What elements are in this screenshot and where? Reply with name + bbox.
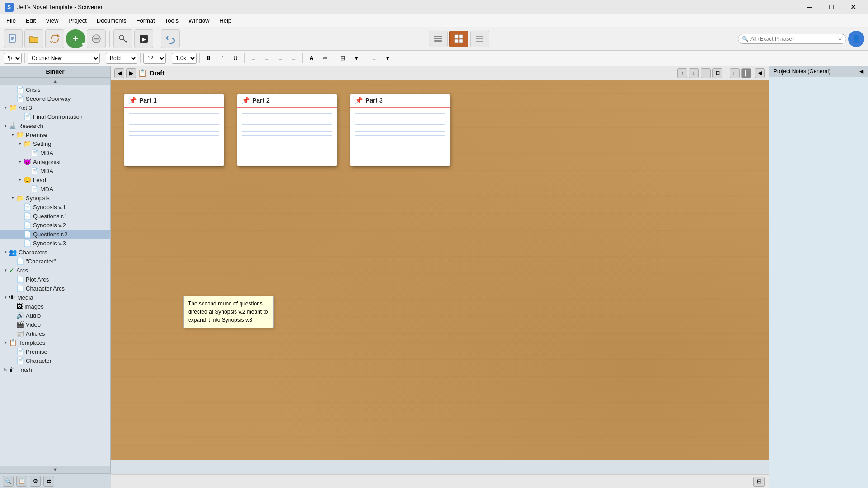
outliner-view-button[interactable]	[470, 31, 489, 47]
align-right-button[interactable]: ≡	[274, 53, 286, 64]
content-view-split-right[interactable]: ▌	[741, 68, 751, 78]
binder-item-trash[interactable]: ▷ 🗑 Trash	[0, 365, 110, 374]
toggle-characters[interactable]: ▾	[2, 249, 9, 256]
toggle-act3[interactable]: ▾	[2, 104, 9, 111]
align-left-button[interactable]: ≡	[247, 53, 259, 64]
font-weight-select[interactable]: Bold	[106, 53, 137, 64]
binder-nav-btn-2[interactable]: 📋	[16, 476, 27, 487]
binder-item-premise-template[interactable]: 📄 Premise	[0, 347, 110, 356]
minimize-button[interactable]: ─	[799, 0, 820, 14]
toggle-premise[interactable]: ▾	[9, 131, 16, 138]
nav-forward-button[interactable]: ▶	[126, 68, 136, 78]
toggle-synopsis[interactable]: ▾	[9, 194, 16, 202]
search-clear-icon[interactable]: ✕	[838, 36, 842, 42]
target-button[interactable]: ▶	[134, 29, 153, 48]
binder-scroll-up[interactable]: ▲	[0, 78, 110, 85]
binder-item-plot-arcs[interactable]: 📄 Plot Arcs	[0, 275, 110, 284]
align-center-button[interactable]: ≡	[261, 53, 273, 64]
menu-window[interactable]: Window	[184, 16, 214, 25]
content-view-split-vert[interactable]: ⫼	[701, 68, 711, 78]
bold-button[interactable]: B	[203, 53, 214, 64]
paragraph-style-select[interactable]: ¶a	[4, 53, 22, 64]
scrivenings-view-button[interactable]	[429, 31, 448, 47]
line-spacing-select[interactable]: 1.0x	[172, 53, 197, 64]
binder-item-synopsis-v2[interactable]: 📄 Synopsis v.2	[0, 221, 110, 230]
content-view-down[interactable]: ↓	[689, 68, 699, 78]
corkboard-view-button[interactable]	[449, 31, 468, 47]
toggle-media[interactable]: ▾	[2, 294, 9, 301]
binder-item-images[interactable]: 🖼 Images	[0, 302, 110, 311]
new-document-button[interactable]	[4, 29, 23, 48]
binder-item-character-tmpl[interactable]: 📄 Character	[0, 356, 110, 365]
binder-nav-btn-1[interactable]: 🔍	[3, 476, 14, 487]
menu-help[interactable]: Help	[215, 16, 236, 25]
maximize-button[interactable]: □	[821, 0, 842, 14]
close-button[interactable]: ✕	[843, 0, 863, 14]
menu-view[interactable]: View	[41, 16, 63, 25]
table-dropdown-button[interactable]: ▾	[350, 53, 362, 64]
binder-item-character-template[interactable]: 📄 "Character"	[0, 257, 110, 266]
binder-item-antagonist-mda[interactable]: 📄 MDA	[0, 166, 110, 175]
index-card-part2[interactable]: 📌 Part 2	[237, 94, 337, 166]
binder-item-questions-r2[interactable]: 📄 Questions r.2	[0, 230, 110, 239]
binder-item-arcs[interactable]: ▾ ✓ Arcs	[0, 266, 110, 275]
menu-documents[interactable]: Documents	[92, 16, 131, 25]
binder-item-crisis[interactable]: 📄 Crisis	[0, 85, 110, 94]
menu-file[interactable]: File	[2, 16, 20, 25]
history-button[interactable]	[161, 29, 180, 48]
toggle-setting[interactable]: ▾	[16, 140, 24, 147]
binder-item-final-confrontation[interactable]: 📄 Final Confrontation	[0, 112, 110, 121]
binder-item-second-doorway[interactable]: 📄 Second Doorway	[0, 94, 110, 103]
menu-project[interactable]: Project	[64, 16, 91, 25]
toggle-lead[interactable]: ▾	[16, 176, 24, 183]
list-button[interactable]: ≡	[368, 53, 380, 64]
toggle-antagonist[interactable]: ▾	[16, 158, 24, 165]
content-view-up[interactable]: ↑	[677, 68, 687, 78]
text-color-button[interactable]: A	[306, 53, 317, 64]
binder-item-media[interactable]: ▾ 👁 Media	[0, 293, 110, 302]
toggle-trash[interactable]: ▷	[2, 366, 9, 373]
sync-button[interactable]	[45, 29, 64, 48]
font-size-select[interactable]: 12	[143, 53, 166, 64]
binder-item-synopsis[interactable]: ▾ 📁 Synopsis	[0, 193, 110, 202]
binder-item-premise[interactable]: ▾ 📁 Premise	[0, 130, 110, 139]
binder-item-synopsis-v1[interactable]: 📄 Synopsis v.1	[0, 202, 110, 211]
content-view-single[interactable]: □	[730, 68, 740, 78]
content-view-expand[interactable]: ◀	[755, 68, 765, 78]
binder-item-characters[interactable]: ▾ 👥 Characters	[0, 248, 110, 257]
menu-format[interactable]: Format	[132, 16, 160, 25]
binder-item-antagonist[interactable]: ▾ 😈 Antagonist	[0, 157, 110, 166]
binder-item-audio[interactable]: 🔊 Audio	[0, 311, 110, 320]
open-button[interactable]	[24, 29, 43, 48]
binder-item-research[interactable]: ▾ 🔬 Research	[0, 121, 110, 130]
toggle-research[interactable]: ▾	[2, 122, 9, 129]
search-input[interactable]	[750, 36, 838, 42]
binder-item-articles[interactable]: 📰 Articles	[0, 329, 110, 338]
underline-button[interactable]: U	[230, 53, 241, 64]
binder-item-video[interactable]: 🎬 Video	[0, 320, 110, 329]
toggle-arcs[interactable]: ▾	[2, 267, 9, 274]
highlight-button[interactable]: ✏	[319, 53, 331, 64]
search-box[interactable]: 🔍 ✕	[738, 34, 846, 44]
binder-item-questions-r1[interactable]: 📄 Questions r.1	[0, 211, 110, 221]
binder-item-templates[interactable]: ▾ 📋 Templates	[0, 338, 110, 347]
right-panel-expand-button[interactable]: ◀	[859, 68, 863, 75]
menu-edit[interactable]: Edit	[21, 16, 40, 25]
binder-item-setting[interactable]: ▾ 📁 Setting	[0, 139, 110, 148]
menu-tools[interactable]: Tools	[160, 16, 183, 25]
nav-back-button[interactable]: ◀	[114, 68, 124, 78]
binder-scroll-down[interactable]: ▼	[0, 466, 110, 473]
binder-item-setting-mda[interactable]: 📄 MDA	[0, 148, 110, 157]
user-avatar[interactable]: 👤	[848, 31, 864, 47]
binder-nav-btn-3[interactable]: ⚙	[30, 476, 41, 487]
table-button[interactable]: ⊞	[337, 53, 349, 64]
font-family-select[interactable]: Courier New	[28, 53, 100, 64]
key-button[interactable]	[113, 29, 132, 48]
grid-view-button[interactable]: ⊞	[753, 477, 765, 487]
toggle-templates[interactable]: ▾	[2, 339, 9, 346]
binder-item-synopsis-v3[interactable]: 📄 Synopsis v.3	[0, 239, 110, 248]
italic-button[interactable]: I	[216, 53, 228, 64]
content-view-split-horiz[interactable]: ⊟	[712, 68, 722, 78]
binder-item-lead-mda[interactable]: 📄 MDA	[0, 184, 110, 193]
add-button[interactable]: +	[66, 29, 85, 48]
